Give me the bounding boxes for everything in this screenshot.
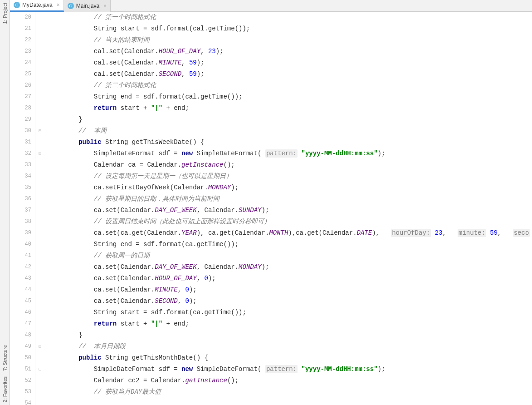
close-icon[interactable]: ×	[102, 3, 107, 9]
code-line[interactable]: // 获取当月DAY最大值	[48, 386, 532, 398]
code-line[interactable]: // 设定每周第一天是星期一（也可以是星期日）	[48, 171, 532, 182]
line-number[interactable]: 43	[10, 273, 35, 284]
code-line[interactable]: public String getThisMonthDate() {	[48, 352, 532, 364]
code-line[interactable]: // 获取星期日的日期，具体时间为当前时间	[48, 193, 532, 205]
line-number[interactable]: 41	[10, 250, 35, 262]
line-number[interactable]: 28	[10, 103, 35, 114]
code-line[interactable]: // 第二个时间格式化	[48, 80, 532, 91]
code-line[interactable]: // 设置周日结束时间（此处也可如上面那样设置时分秒即可）	[48, 216, 532, 227]
line-number[interactable]: 47	[10, 318, 35, 330]
code-line[interactable]: // 获取周一的日期	[48, 250, 532, 262]
line-number[interactable]: 23	[10, 46, 35, 57]
line-number[interactable]: 49	[10, 341, 35, 352]
code-line[interactable]: }	[48, 114, 532, 125]
line-number[interactable]: 52	[10, 375, 35, 386]
line-number[interactable]: 30	[10, 125, 35, 137]
line-number[interactable]: 32	[10, 148, 35, 159]
tab-label: MyDate.java	[22, 2, 53, 8]
code-line[interactable]: // 当天的结束时间	[48, 35, 532, 46]
line-number[interactable]: 50	[10, 352, 35, 364]
code-line[interactable]: cal.set(Calendar.HOUR_OF_DAY, 23);	[48, 46, 532, 57]
structure-tool-button[interactable]: 7: Structure	[2, 342, 8, 374]
fold-marker-icon[interactable]: ⊟	[37, 344, 43, 349]
line-number[interactable]: 21	[10, 23, 35, 35]
fold-marker-icon[interactable]: ⊟	[37, 151, 43, 156]
code-line[interactable]: ca.setFirstDayOfWeek(Calendar.MONDAY);	[48, 182, 532, 193]
line-number[interactable]: 39	[10, 227, 35, 239]
code-line[interactable]: ca.set(Calendar.HOUR_OF_DAY, 0);	[48, 273, 532, 284]
line-number[interactable]: 27	[10, 91, 35, 103]
favorites-tool-button[interactable]: 2: Favorites	[2, 374, 8, 405]
line-number[interactable]: 25	[10, 69, 35, 80]
line-number[interactable]: 34	[10, 171, 35, 182]
code-line[interactable]: cal.set(Calendar.MINUTE, 59);	[48, 57, 532, 69]
fold-marker-icon[interactable]: ⊟	[37, 128, 43, 133]
line-number[interactable]: 53	[10, 386, 35, 398]
editor-area: CMyDate.java×CMain.java× 202122232425262…	[10, 0, 532, 405]
code-line[interactable]: SimpleDateFormat sdf = new SimpleDateFor…	[48, 148, 532, 159]
line-number[interactable]: 51	[10, 364, 35, 375]
code-line[interactable]: Calendar ca = Calendar.getInstance();	[48, 159, 532, 171]
project-tool-button[interactable]: 1: Project	[2, 0, 8, 26]
code-line[interactable]: String end = sdf.format(cal.getTime());	[48, 91, 532, 103]
line-number[interactable]: 44	[10, 284, 35, 296]
java-file-icon: C	[68, 3, 74, 9]
line-number[interactable]: 26	[10, 80, 35, 91]
fold-gutter[interactable]: ⊟⊟⊟⊟	[35, 12, 46, 405]
line-number[interactable]: 45	[10, 296, 35, 307]
code-line[interactable]: ca.set(ca.get(Calendar.YEAR), ca.get(Cal…	[48, 227, 532, 239]
line-number[interactable]: 20	[10, 12, 35, 23]
line-number[interactable]: 22	[10, 35, 35, 46]
line-number[interactable]: 33	[10, 159, 35, 171]
line-number[interactable]: 42	[10, 262, 35, 273]
editor-tabs-bar: CMyDate.java×CMain.java×	[10, 0, 532, 12]
editor-tab[interactable]: CMain.java×	[64, 0, 111, 12]
line-number[interactable]: 36	[10, 193, 35, 205]
code-line[interactable]: public String getThisWeekDate() {	[48, 137, 532, 148]
code-line[interactable]: Calendar cc2 = Calendar.getInstance();	[48, 375, 532, 386]
java-file-icon: C	[14, 2, 20, 8]
code-line[interactable]: ca.set(Calendar.DAY_OF_WEEK, Calendar.SU…	[48, 205, 532, 216]
code-line[interactable]: }	[48, 330, 532, 341]
line-number[interactable]: 24	[10, 57, 35, 69]
code-line[interactable]: ca.set(Calendar.DAY_OF_WEEK, Calendar.MO…	[48, 262, 532, 273]
line-number[interactable]: 35	[10, 182, 35, 193]
code-line[interactable]: String start = sdf.format(cal.getTime())…	[48, 23, 532, 35]
line-number[interactable]: 38	[10, 216, 35, 227]
line-number[interactable]: 54	[10, 398, 35, 405]
code-line[interactable]: // 本周	[48, 125, 532, 137]
code-line[interactable]: // 本月日期段	[48, 341, 532, 352]
code-line[interactable]: return start + "|" + end;	[48, 103, 532, 114]
editor-tab[interactable]: CMyDate.java×	[10, 0, 64, 12]
line-number[interactable]: 29	[10, 114, 35, 125]
line-number[interactable]: 31	[10, 137, 35, 148]
code-line[interactable]: ca.set(Calendar.MINUTE, 0);	[48, 284, 532, 296]
line-number[interactable]: 40	[10, 239, 35, 250]
code-line[interactable]: ca.set(Calendar.SECOND, 0);	[48, 296, 532, 307]
code-line[interactable]: SimpleDateFormat sdf = new SimpleDateFor…	[48, 364, 532, 375]
close-icon[interactable]: ×	[55, 2, 60, 8]
code-line[interactable]: String start = sdf.format(ca.getTime());	[48, 307, 532, 318]
line-number[interactable]: 48	[10, 330, 35, 341]
line-number-gutter[interactable]: 2021222324252627282930313233343536373839…	[10, 12, 35, 405]
fold-marker-icon[interactable]: ⊟	[37, 366, 43, 372]
code-line[interactable]: cal.set(Calendar.SECOND, 59);	[48, 69, 532, 80]
line-number[interactable]: 46	[10, 307, 35, 318]
code-line[interactable]: // 第一个时间格式化	[48, 12, 532, 23]
line-number[interactable]: 37	[10, 205, 35, 216]
code-editor[interactable]: // 第一个时间格式化 String start = sdf.format(ca…	[46, 12, 532, 405]
tool-window-bar: 1: Project 7: Structure 2: Favorites	[0, 0, 10, 405]
editor-wrap: 2021222324252627282930313233343536373839…	[10, 12, 532, 405]
code-line[interactable]: return start + "|" + end;	[48, 318, 532, 330]
code-line[interactable]: String end = sdf.format(ca.getTime());	[48, 239, 532, 250]
tab-label: Main.java	[76, 3, 99, 9]
